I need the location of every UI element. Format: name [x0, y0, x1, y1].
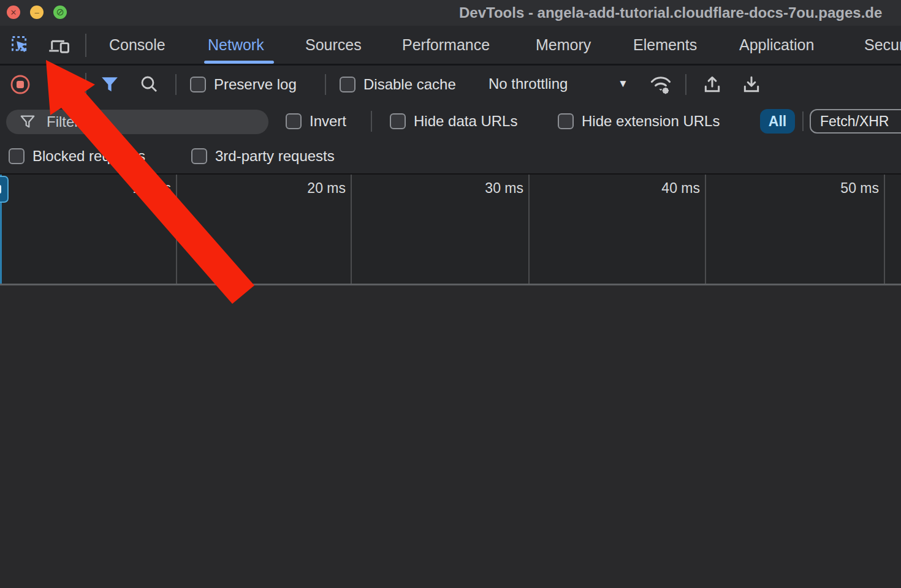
network-options-bar: Blocked requests 3rd-party requests	[0, 138, 901, 175]
network-overview-timeline: 10 ms 20 ms 30 ms 40 ms 50 ms	[0, 175, 901, 285]
filter-toggle-button[interactable]	[99, 75, 120, 94]
tab-console[interactable]: Console	[109, 26, 165, 64]
filterbar-separator	[371, 111, 372, 132]
export-har-button[interactable]	[740, 74, 762, 96]
funnel-outline-icon	[20, 114, 36, 130]
timeline-tick: 20 ms	[282, 180, 346, 196]
minimize-icon: –	[34, 9, 39, 17]
filter-chip-all[interactable]: All	[760, 109, 795, 134]
drag-handle-grip	[0, 185, 1, 194]
network-request-list-empty: Recordi Perform a request	[0, 285, 901, 588]
checkbox-box	[191, 148, 207, 164]
active-tab-indicator	[204, 61, 274, 64]
checkbox-label: Disable cache	[363, 76, 456, 93]
checkbox-box	[286, 113, 302, 129]
tab-performance[interactable]: Performance	[402, 26, 490, 64]
checkbox-label: Hide extension URLs	[582, 113, 720, 130]
toolbar-separator	[175, 74, 177, 95]
third-party-requests-checkbox[interactable]: 3rd-party requests	[191, 143, 335, 170]
titlebar: ✕ – ⊘ DevTools - angela-add-tutorial.clo…	[0, 0, 901, 26]
timeline-tick: 30 ms	[460, 180, 523, 196]
close-icon: ✕	[10, 9, 17, 17]
hide-data-urls-checkbox[interactable]: Hide data URLs	[390, 108, 517, 135]
checkbox-label: Preserve log	[214, 76, 297, 93]
clear-circle-slash-icon	[50, 75, 68, 94]
checkbox-label: Hide data URLs	[414, 113, 517, 130]
checkbox-label: Blocked requests	[32, 148, 145, 165]
window-title: DevTools - angela-add-tutorial.cloudflar…	[459, 0, 882, 26]
zoom-window-button[interactable]: ⊘	[53, 6, 67, 19]
inspect-cursor-icon	[11, 36, 31, 55]
toggle-device-toolbar-button[interactable]	[45, 34, 74, 57]
filter-chip-fetch-xhr[interactable]: Fetch/XHR	[810, 109, 901, 134]
wifi-gear-icon	[649, 74, 672, 96]
checkbox-label: 3rd-party requests	[215, 148, 335, 165]
toolbar-separator	[685, 74, 686, 95]
search-icon	[139, 75, 159, 94]
tabbar-separator	[85, 34, 86, 57]
timeline-gridline	[351, 175, 352, 284]
filter-input-pill[interactable]	[6, 110, 268, 134]
tab-memory[interactable]: Memory	[536, 26, 591, 64]
timeline-gridline	[528, 175, 530, 284]
checkbox-box	[340, 77, 355, 92]
filter-input[interactable]	[45, 113, 250, 131]
network-toolbar: Preserve log Disable cache No throttling…	[0, 66, 901, 104]
tab-security[interactable]: Security	[864, 26, 901, 64]
clear-network-log-button[interactable]	[49, 75, 69, 94]
tab-sources[interactable]: Sources	[305, 26, 362, 64]
zoom-icon: ⊘	[56, 7, 64, 17]
timeline-gridline	[705, 175, 706, 284]
import-har-button[interactable]	[701, 74, 723, 96]
chevron-down-icon: ▼	[618, 78, 628, 90]
timeline-gridline	[176, 175, 177, 284]
tab-application[interactable]: Application	[739, 26, 814, 64]
download-tray-icon	[742, 75, 761, 94]
minimize-window-button[interactable]: –	[30, 6, 44, 19]
toolbar-separator	[325, 74, 326, 95]
throttling-value: No throttling	[489, 75, 568, 92]
disable-cache-checkbox[interactable]: Disable cache	[340, 71, 456, 98]
preserve-log-checkbox[interactable]: Preserve log	[190, 71, 297, 98]
timeline-gridline	[884, 175, 885, 284]
overview-drag-handle[interactable]	[0, 176, 9, 203]
checkbox-box	[558, 113, 574, 129]
upload-tray-icon	[702, 75, 722, 94]
devtools-tabbar: Console Network Sources Performance Memo…	[0, 26, 901, 66]
checkbox-box	[9, 148, 25, 164]
tab-elements[interactable]: Elements	[633, 26, 697, 64]
checkbox-label: Invert	[310, 113, 346, 130]
invert-checkbox[interactable]: Invert	[286, 108, 346, 135]
timeline-tick: 10 ms	[107, 180, 171, 196]
checkbox-box	[190, 77, 206, 92]
tab-network[interactable]: Network	[208, 26, 264, 64]
network-conditions-button[interactable]	[648, 73, 673, 96]
filterbar-separator	[802, 111, 804, 131]
search-button[interactable]	[139, 74, 159, 95]
funnel-icon	[101, 76, 119, 93]
throttling-dropdown[interactable]: No throttling ▼	[489, 71, 639, 98]
device-toolbar-icon	[48, 36, 71, 55]
inspect-element-button[interactable]	[9, 34, 33, 57]
close-window-button[interactable]: ✕	[7, 6, 20, 19]
timeline-tick: 40 ms	[636, 180, 700, 196]
timeline-tick: 50 ms	[815, 180, 879, 196]
hide-extension-urls-checkbox[interactable]: Hide extension URLs	[558, 108, 720, 135]
checkbox-box	[390, 113, 406, 129]
record-stop-icon	[10, 74, 31, 95]
record-stop-button[interactable]	[10, 74, 31, 95]
toolbar-separator	[85, 73, 86, 96]
network-filter-bar: Invert Hide data URLs Hide extension URL…	[0, 104, 901, 138]
blocked-requests-checkbox[interactable]: Blocked requests	[9, 143, 145, 170]
